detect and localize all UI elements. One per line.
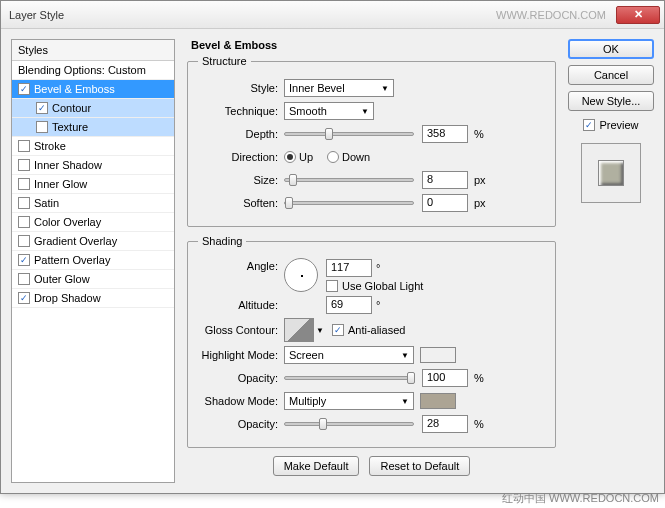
gloss-contour-picker[interactable] (284, 318, 314, 342)
style-row-satin[interactable]: Satin (12, 194, 174, 213)
shadow-mode-dropdown[interactable]: Multiply▼ (284, 392, 414, 410)
antialias-checkbox[interactable]: ✓ (332, 324, 344, 336)
structure-group: Structure Style: Inner Bevel▼ Technique:… (187, 55, 556, 227)
soften-input[interactable]: 0 (422, 194, 468, 212)
style-label: Drop Shadow (34, 292, 101, 304)
close-icon: ✕ (634, 8, 643, 21)
direction-up-radio[interactable] (284, 151, 296, 163)
new-style-button[interactable]: New Style... (568, 91, 654, 111)
shading-legend: Shading (198, 235, 246, 247)
global-light-label: Use Global Light (342, 280, 423, 292)
highlight-color-swatch[interactable] (420, 347, 456, 363)
soften-slider[interactable] (284, 201, 414, 205)
style-row-inner-glow[interactable]: Inner Glow (12, 175, 174, 194)
technique-label: Technique: (198, 105, 284, 117)
shadow-opacity-slider[interactable] (284, 422, 414, 426)
titlebar[interactable]: Layer Style WWW.REDOCN.COM ✕ (1, 1, 664, 29)
style-dropdown[interactable]: Inner Bevel▼ (284, 79, 394, 97)
soften-label: Soften: (198, 197, 284, 209)
highlight-opacity-label: Opacity: (198, 372, 284, 384)
style-row-stroke[interactable]: Stroke (12, 137, 174, 156)
chevron-down-icon: ▼ (381, 84, 389, 93)
angle-input[interactable]: 117 (326, 259, 372, 277)
chevron-down-icon[interactable]: ▼ (316, 326, 324, 335)
style-label: Style: (198, 82, 284, 94)
depth-label: Depth: (198, 128, 284, 140)
style-row-contour[interactable]: ✓Contour (12, 99, 174, 118)
style-label: Pattern Overlay (34, 254, 110, 266)
depth-slider[interactable] (284, 132, 414, 136)
style-checkbox[interactable] (18, 216, 30, 228)
style-checkbox[interactable] (18, 197, 30, 209)
style-checkbox[interactable]: ✓ (18, 83, 30, 95)
style-checkbox[interactable] (18, 178, 30, 190)
window-title: Layer Style (9, 9, 496, 21)
blending-options-row[interactable]: Blending Options: Custom (12, 61, 174, 80)
highlight-mode-dropdown[interactable]: Screen▼ (284, 346, 414, 364)
make-default-button[interactable]: Make Default (273, 456, 360, 476)
styles-header[interactable]: Styles (12, 40, 174, 61)
style-row-pattern-overlay[interactable]: ✓Pattern Overlay (12, 251, 174, 270)
style-checkbox[interactable]: ✓ (18, 254, 30, 266)
style-row-bevel-emboss[interactable]: ✓Bevel & Emboss (12, 80, 174, 99)
style-checkbox[interactable] (18, 235, 30, 247)
highlight-opacity-slider[interactable] (284, 376, 414, 380)
shadow-opacity-label: Opacity: (198, 418, 284, 430)
chevron-down-icon: ▼ (401, 397, 409, 406)
styles-list: Styles Blending Options: Custom ✓Bevel &… (11, 39, 175, 483)
direction-down-radio[interactable] (327, 151, 339, 163)
size-label: Size: (198, 174, 284, 186)
style-row-drop-shadow[interactable]: ✓Drop Shadow (12, 289, 174, 308)
size-input[interactable]: 8 (422, 171, 468, 189)
style-row-texture[interactable]: Texture (12, 118, 174, 137)
altitude-label: Altitude: (198, 299, 284, 311)
size-slider[interactable] (284, 178, 414, 182)
depth-unit: % (474, 128, 484, 140)
style-label: Stroke (34, 140, 66, 152)
style-label: Gradient Overlay (34, 235, 117, 247)
shading-group: Shading Angle: 117 ° (187, 235, 556, 448)
style-label: Bevel & Emboss (34, 83, 115, 95)
style-checkbox[interactable]: ✓ (36, 102, 48, 114)
angle-label: Angle: (198, 258, 284, 272)
style-checkbox[interactable] (36, 121, 48, 133)
style-checkbox[interactable] (18, 273, 30, 285)
style-label: Contour (52, 102, 91, 114)
depth-input[interactable]: 358 (422, 125, 468, 143)
close-button[interactable]: ✕ (616, 6, 660, 24)
altitude-input[interactable]: 69 (326, 296, 372, 314)
cancel-button[interactable]: Cancel (568, 65, 654, 85)
footer-watermark: 红动中国 WWW.REDOCN.COM (502, 491, 659, 506)
chevron-down-icon: ▼ (401, 351, 409, 360)
style-row-gradient-overlay[interactable]: Gradient Overlay (12, 232, 174, 251)
technique-dropdown[interactable]: Smooth▼ (284, 102, 374, 120)
preview-thumbnail (581, 143, 641, 203)
preview-label: Preview (599, 119, 638, 131)
style-label: Satin (34, 197, 59, 209)
shadow-color-swatch[interactable] (420, 393, 456, 409)
global-light-checkbox[interactable] (326, 280, 338, 292)
structure-legend: Structure (198, 55, 251, 67)
style-checkbox[interactable]: ✓ (18, 292, 30, 304)
direction-label: Direction: (198, 151, 284, 163)
panel-title: Bevel & Emboss (187, 39, 556, 51)
ok-button[interactable]: OK (568, 39, 654, 59)
style-row-color-overlay[interactable]: Color Overlay (12, 213, 174, 232)
style-checkbox[interactable] (18, 140, 30, 152)
reset-default-button[interactable]: Reset to Default (369, 456, 470, 476)
preview-checkbox[interactable]: ✓ (583, 119, 595, 131)
style-label: Color Overlay (34, 216, 101, 228)
style-label: Inner Glow (34, 178, 87, 190)
angle-dial[interactable] (284, 258, 318, 292)
style-checkbox[interactable] (18, 159, 30, 171)
size-unit: px (474, 174, 486, 186)
style-row-outer-glow[interactable]: Outer Glow (12, 270, 174, 289)
header-watermark: WWW.REDOCN.COM (496, 9, 606, 21)
shadow-opacity-input[interactable]: 28 (422, 415, 468, 433)
style-row-inner-shadow[interactable]: Inner Shadow (12, 156, 174, 175)
antialias-label: Anti-aliased (348, 324, 405, 336)
shadow-mode-label: Shadow Mode: (198, 395, 284, 407)
highlight-opacity-input[interactable]: 100 (422, 369, 468, 387)
style-label: Inner Shadow (34, 159, 102, 171)
effect-panel: Bevel & Emboss Structure Style: Inner Be… (183, 39, 560, 483)
